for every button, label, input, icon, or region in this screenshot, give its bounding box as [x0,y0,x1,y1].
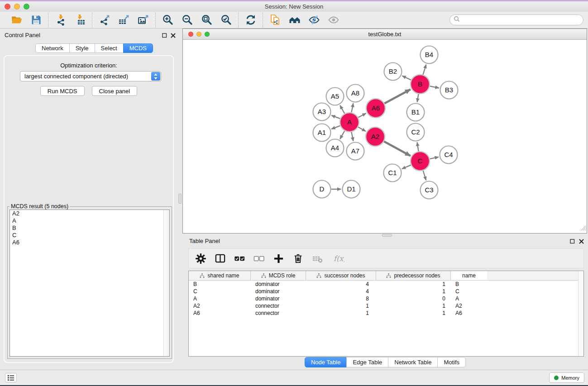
edge-A-A2[interactable] [358,127,366,132]
vertical-splitter-handle[interactable] [178,194,182,204]
node-A4[interactable]: A4 [326,139,344,157]
node-D1[interactable]: D1 [343,181,360,198]
node-A3[interactable]: A3 [313,103,331,121]
node-A5[interactable]: A5 [326,88,344,105]
horizontal-splitter-handle[interactable] [382,234,392,237]
edge-A-A6[interactable] [358,113,366,117]
refresh-icon[interactable] [244,14,257,26]
import-table-icon[interactable] [74,14,86,26]
show-graphics-details-icon[interactable] [327,14,339,26]
node-B4[interactable]: B4 [421,46,438,64]
show-column-icon[interactable] [214,253,226,264]
edge-A2-C[interactable] [384,142,411,156]
edge-A-A1[interactable] [331,126,340,129]
mcds-result-item[interactable]: A6 [10,239,169,246]
mcds-result-item[interactable]: B [10,224,169,232]
node-C3[interactable]: C3 [421,181,438,199]
mcds-result-item[interactable]: A [10,217,169,224]
node-B[interactable]: B [411,75,430,94]
memory-button[interactable]: Memory [549,372,584,383]
table-panel-float-icon[interactable] [569,238,575,244]
node-C[interactable]: C [411,152,430,171]
edge-B-B2[interactable] [402,76,411,80]
edge-C-C1[interactable] [402,165,411,169]
tab-motifs[interactable]: Motifs [437,357,466,367]
table-panel-close-icon[interactable] [578,238,584,244]
node-B2[interactable]: B2 [384,63,402,81]
export-image-icon[interactable] [137,14,149,26]
mcds-result-item[interactable]: A2 [10,210,169,217]
tab-select[interactable]: Select [95,43,124,53]
resize-grip-icon[interactable] [580,224,586,233]
settings-gear-icon[interactable] [195,253,206,264]
edge-B-B3[interactable] [430,86,439,88]
select-all-icon[interactable] [234,253,245,264]
mcds-result-list[interactable]: A2ABCA6 [10,210,170,357]
node-B1[interactable]: B1 [407,104,425,121]
export-table-icon[interactable] [118,14,130,26]
node-C4[interactable]: C4 [440,146,458,164]
zoom-selected-icon[interactable] [220,14,232,26]
column-header-shared-name[interactable]: shared name [189,271,251,280]
deselect-all-icon[interactable] [253,253,265,264]
edge-B-B1[interactable] [417,94,419,102]
zoom-in-icon[interactable] [162,14,174,26]
table-row[interactable]: Bdominator41B [189,281,583,288]
dev-panel-button[interactable] [5,373,17,382]
hide-graphics-details-icon[interactable] [308,14,320,26]
edge-C-C2[interactable] [417,142,419,151]
column-header-predecessor-nodes[interactable]: predecessor nodes [376,271,451,280]
delete-rows-icon[interactable] [292,253,304,264]
column-header-successor-nodes[interactable]: successor nodes [306,271,376,280]
tab-mcds[interactable]: MCDS [123,43,153,53]
search-box[interactable] [449,14,583,25]
open-folder-icon[interactable] [10,14,23,26]
table-row[interactable]: A6connector11A6 [189,310,583,317]
control-panel-close-icon[interactable] [170,33,176,38]
edge-A-A8[interactable] [351,103,353,112]
column-header-MCDS-role[interactable]: MCDS role [251,271,306,280]
tab-network-table[interactable]: Network Table [388,357,438,367]
tab-network[interactable]: Network [35,43,70,53]
node-A8[interactable]: A8 [347,85,364,102]
mcds-list-scrollbar[interactable] [163,210,169,356]
network-graph[interactable]: B4B2BB3A8A5A6A3B1AC2A1A2A4A7C4CC1C3DD1 [183,40,587,233]
edge-A-A3[interactable] [331,115,340,119]
node-B3[interactable]: B3 [440,81,458,99]
table-scrollbar[interactable] [578,271,583,356]
welcome-screen-icon[interactable] [288,14,301,26]
node-C1[interactable]: C1 [384,164,402,182]
table-row[interactable]: A2connector11A2 [189,302,583,310]
edge-C-C4[interactable] [430,157,439,159]
search-input[interactable] [462,15,583,24]
tab-edge-table[interactable]: Edge Table [346,357,388,367]
edge-B-B4[interactable] [423,65,426,75]
save-icon[interactable] [30,14,42,26]
table-row[interactable]: Adominator80A [189,295,583,302]
zoom-fit-icon[interactable] [201,14,213,26]
tab-style[interactable]: Style [69,43,95,53]
node-D[interactable]: D [313,181,331,198]
network-canvas[interactable]: B4B2BB3A8A5A6A3B1AC2A1A2A4A7C4CC1C3DD1 [183,40,587,233]
edge-A-A7[interactable] [351,132,353,141]
tab-node-table[interactable]: Node Table [305,357,347,367]
node-A[interactable]: A [340,113,359,132]
export-network-icon[interactable] [98,14,110,26]
node-A7[interactable]: A7 [347,143,364,160]
zoom-out-icon[interactable] [181,14,193,26]
edge-A-A5[interactable] [340,105,344,114]
import-network-icon[interactable] [54,14,67,26]
node-C2[interactable]: C2 [407,124,425,141]
column-header-name[interactable]: name [451,271,487,280]
run-mcds-button[interactable]: Run MCDS [40,86,85,96]
edge-A-A4[interactable] [340,131,344,139]
network-from-selection-icon[interactable] [269,14,281,26]
edge-C-C3[interactable] [423,171,426,181]
edge-A6-B[interactable] [384,89,411,103]
add-column-icon[interactable] [272,253,284,264]
node-A6[interactable]: A6 [366,99,385,118]
node-A1[interactable]: A1 [313,124,331,142]
criterion-dropdown[interactable]: largest connected component (directed) [20,71,161,81]
close-panel-button[interactable]: Close panel [92,86,138,96]
mcds-result-item[interactable]: C [10,232,169,239]
